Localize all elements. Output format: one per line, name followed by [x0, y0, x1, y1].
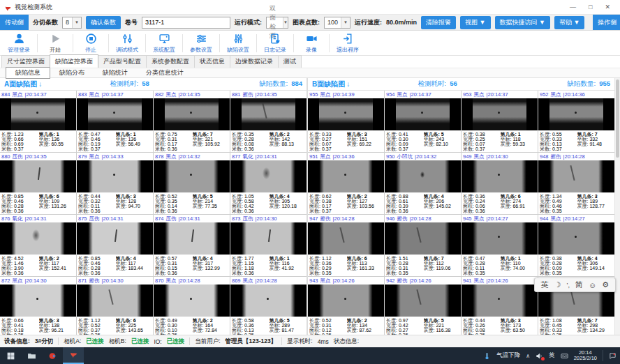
remote-app-icon[interactable]	[42, 347, 63, 364]
defect-cell[interactable]: 944黑点|20:14:27长度:0.38宽度:0.28面积:0.09米数:0.…	[538, 215, 614, 276]
ime-settings-gear-icon[interactable]: ⚙	[602, 280, 609, 289]
notification-center-icon[interactable]	[609, 352, 617, 360]
ime-emoji-button[interactable]: ☺	[589, 281, 596, 289]
close-button[interactable]: ✕	[605, 3, 610, 10]
defect-image[interactable]	[385, 285, 461, 317]
defect-cell[interactable]: 945黑点|20:14:27长度:0.47宽度:0.28面积:0.11米数:0.…	[462, 215, 538, 276]
defect-cell[interactable]: 942擦伤|20:14:26长度:0.97宽度:0.42面积:0.27米数:0.…	[385, 277, 461, 335]
toolbar-button-log[interactable]: 日志记录	[259, 33, 291, 54]
defect-cell[interactable]: 882黑点|20:14:35长度:0.75宽度:0.31面积:0.17米数:0.…	[154, 91, 230, 152]
defect-image[interactable]	[77, 222, 153, 255]
confirm-count-button[interactable]: 确认条数	[86, 16, 121, 29]
defect-cell[interactable]: 872黑点|20:14:30长度:0.66宽度:0.41面积:0.18米数:0.…	[0, 277, 76, 335]
panel-a-title[interactable]: A面缺陷图 ↓	[4, 79, 110, 89]
defect-cell[interactable]: 884黑点|20:14:37长度:1.23宽度:0.66面积:0.69米数:0.…	[0, 91, 76, 152]
defect-image[interactable]	[154, 285, 230, 317]
defect-image[interactable]	[0, 160, 76, 192]
defect-image[interactable]	[77, 285, 153, 317]
drive-side-button[interactable]: 传动侧	[0, 15, 29, 30]
tab-5[interactable]: 边缘数据记录	[230, 55, 279, 68]
keyboard-icon[interactable]	[561, 352, 568, 360]
defect-image[interactable]	[230, 98, 307, 130]
taskbar-clock[interactable]: 20:14 2025/2/10	[574, 350, 597, 362]
scrollbar-thumb[interactable]	[616, 79, 619, 158]
defect-image[interactable]	[538, 98, 614, 130]
defect-image[interactable]	[462, 222, 538, 255]
operator-side-button[interactable]: 操作侧	[593, 15, 620, 30]
maximize-button[interactable]: □	[589, 3, 592, 10]
ime-tray-language[interactable]: 英	[549, 351, 555, 360]
defect-cell[interactable]: 876氧化|20:14:31长度:4.52宽度:1.46面积:3.90米数:0.…	[0, 215, 76, 276]
toolbar-button-debug[interactable]: 调试模式	[111, 33, 143, 54]
inspection-app-taskbar-icon[interactable]	[63, 347, 84, 364]
defect-image[interactable]	[462, 285, 538, 317]
defect-cell[interactable]: 955黑点|20:14:39长度:0.33宽度:0.27面积:0.07米数:0.…	[308, 91, 384, 152]
start-button[interactable]	[0, 347, 21, 364]
defect-cell[interactable]: 941黑点|20:14:26长度:0.44宽度:0.26面积:0.08米数:0.…	[462, 277, 538, 335]
defect-cell[interactable]: 949黑点|20:14:30长度:0.36宽度:0.24面积:0.06米数:0.…	[462, 153, 538, 214]
ime-moon-icon[interactable]: ☽	[554, 280, 561, 289]
defect-image[interactable]	[538, 160, 614, 192]
defect-image[interactable]	[154, 160, 230, 192]
toolbar-button-sysconfig[interactable]: 系统配置	[148, 33, 180, 54]
defect-image[interactable]	[385, 222, 461, 255]
defect-image[interactable]	[0, 285, 76, 317]
defect-cell[interactable]: 877氧化|20:14:31长度:1.05宽度:0.58面积:0.42米数:0.…	[230, 153, 307, 214]
chart-points-select[interactable]: 100 ▼	[324, 17, 350, 29]
defect-cell[interactable]: 880压伤|20:14:35长度:0.85宽度:0.46面积:0.28米数:0.…	[0, 153, 76, 214]
defect-image[interactable]	[0, 222, 76, 255]
clear-alarm-button[interactable]: 清除报警	[421, 16, 456, 29]
tab-3[interactable]: 系统参数配置	[146, 55, 195, 68]
defect-image[interactable]	[308, 285, 384, 317]
defect-image[interactable]	[230, 285, 307, 317]
panel-b-title[interactable]: B面缺陷图 ↓	[312, 79, 418, 89]
defect-image[interactable]	[462, 98, 538, 130]
file-explorer-icon[interactable]	[21, 347, 42, 364]
defect-image[interactable]	[154, 98, 230, 130]
toolbar-button-login[interactable]: 管理登录	[3, 33, 35, 54]
defect-cell[interactable]: 874压伤|20:14:31长度:0.57宽度:0.31面积:0.15米数:0.…	[154, 215, 230, 276]
defect-image[interactable]	[230, 160, 307, 192]
subtab-3[interactable]: 分类信息统计	[137, 68, 193, 78]
defect-cell[interactable]: 946擦伤|20:14:28长度:1.51宽度:0.28面积:0.31米数:0.…	[385, 215, 461, 276]
data-quick-access-menu-button[interactable]: 数据快捷访问 ▼	[495, 16, 550, 29]
hidden-icons-chevron[interactable]: ∧	[526, 353, 530, 359]
defect-cell[interactable]: 953黑点|20:14:37长度:0.38宽度:0.25面积:0.07米数:0.…	[462, 91, 538, 152]
defect-image[interactable]	[230, 222, 307, 255]
defect-image[interactable]	[308, 98, 384, 130]
help-menu-button[interactable]: 帮助 ▼	[554, 16, 584, 29]
subtab-0[interactable]: 缺陷信息	[6, 67, 50, 79]
ime-punctuation-toggle[interactable]: ’,	[566, 282, 570, 289]
subtab-1[interactable]: 缺陷分布	[50, 68, 94, 78]
defect-cell[interactable]: 875压伤|20:14:31长度:0.85宽度:0.46面积:0.28米数:0.…	[77, 215, 153, 276]
defect-cell[interactable]: 881擦伤|20:14:35长度:0.35宽度:0.28面积:0.08米数:0.…	[230, 91, 307, 152]
defect-cell[interactable]: 950小凹坑|20:14:32长度:0.88宽度:0.61面积:0.39米数:0…	[385, 153, 461, 214]
toolbar-button-defectset[interactable]: 缺陷设置	[222, 33, 254, 54]
roll-number-input[interactable]	[142, 17, 230, 29]
defect-cell[interactable]: 869黑点|20:14:28长度:0.58宽度:0.36面积:0.13米数:0.…	[230, 277, 307, 335]
defect-cell[interactable]: 871擦伤|20:14:30长度:1.12宽度:0.52面积:0.37米数:0.…	[77, 277, 153, 335]
subtab-2[interactable]: 缺陷统计	[94, 68, 137, 78]
tab-4[interactable]: 状态信息	[194, 55, 230, 68]
defect-cell[interactable]: 878黑点|20:14:32长度:0.52宽度:0.35面积:0.14米数:0.…	[154, 153, 230, 214]
defect-cell[interactable]: 947擦伤|20:14:28长度:1.12宽度:0.36面积:0.29米数:0.…	[308, 215, 384, 276]
defect-cell[interactable]: 883黑点|20:14:37长度:0.47宽度:0.46面积:0.19米数:0.…	[77, 91, 153, 152]
defect-image[interactable]	[462, 160, 538, 192]
defect-cell[interactable]: 948擦伤|20:14:28长度:1.34宽度:0.49面积:0.46米数:0.…	[538, 153, 614, 214]
toolbar-button-exit[interactable]: 退出程序	[332, 33, 364, 54]
toolbar-button-record[interactable]: 录像	[296, 33, 327, 54]
defect-cell[interactable]: 943黑点|20:14:26长度:0.52宽度:0.31面积:0.12米数:0.…	[308, 277, 384, 335]
ime-simplified-toggle[interactable]: 简	[575, 280, 583, 290]
weather-text[interactable]: 气温下降	[496, 351, 520, 360]
ime-language-toggle[interactable]: 英	[541, 280, 549, 290]
defect-cell[interactable]: 954黑点|20:14:37长度:0.41宽度:0.30面积:0.09米数:0.…	[385, 91, 461, 152]
toolbar-button-start[interactable]: 开始	[40, 33, 71, 54]
minimize-button[interactable]: —	[570, 3, 576, 10]
defect-cell[interactable]: 870黑点|20:14:28长度:0.49宽度:0.30面积:0.10米数:0.…	[154, 277, 230, 335]
defect-image[interactable]	[154, 222, 230, 255]
tab-1[interactable]: 缺陷监控界面	[50, 54, 98, 68]
defect-image[interactable]	[308, 222, 384, 255]
tab-2[interactable]: 产品型号配置	[98, 55, 147, 68]
defect-cell[interactable]: 879黑点|20:14:33长度:0.44宽度:0.32面积:0.11米数:0.…	[77, 153, 153, 214]
defect-cell[interactable]: 952黑点|20:14:36长度:0.55宽度:0.33面积:0.13米数:0.…	[538, 91, 614, 152]
